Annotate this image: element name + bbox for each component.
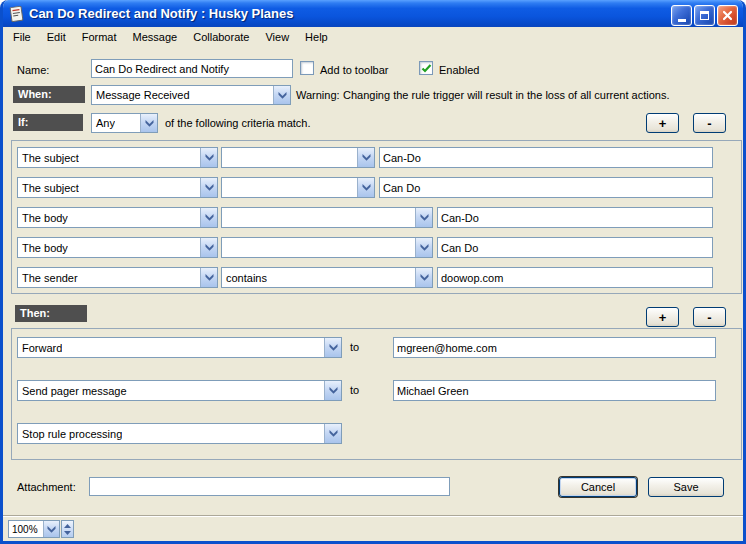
chevron-down-icon bbox=[357, 148, 374, 167]
chevron-down-icon bbox=[415, 238, 432, 257]
menu-edit[interactable]: Edit bbox=[39, 29, 74, 45]
criteria-row: The body bbox=[3, 207, 746, 228]
minimize-icon bbox=[678, 19, 686, 22]
chevron-down-icon bbox=[200, 148, 217, 167]
criteria-field-dropdown[interactable]: The subject bbox=[17, 147, 218, 168]
chevron-down-icon bbox=[200, 208, 217, 227]
app-icon bbox=[8, 6, 25, 23]
criteria-operator-dropdown[interactable]: contains bbox=[221, 267, 433, 288]
attachment-label: Attachment: bbox=[17, 481, 76, 493]
chevron-down-icon bbox=[140, 114, 157, 132]
if-match-dropdown[interactable]: Any bbox=[91, 113, 158, 133]
menu-help[interactable]: Help bbox=[297, 29, 336, 45]
minimize-button[interactable] bbox=[671, 5, 692, 26]
save-button[interactable]: Save bbox=[648, 477, 724, 497]
if-section-label: If: bbox=[13, 114, 83, 131]
cancel-button[interactable]: Cancel bbox=[559, 477, 637, 497]
criteria-value-input[interactable] bbox=[379, 147, 713, 168]
menu-bar: File Edit Format Message Collaborate Vie… bbox=[3, 27, 743, 47]
name-label: Name: bbox=[17, 64, 49, 76]
chevron-down-icon bbox=[324, 338, 341, 357]
criteria-field-dropdown[interactable]: The subject bbox=[17, 177, 218, 198]
action-row: Stop rule processing bbox=[3, 423, 746, 444]
close-button[interactable] bbox=[717, 5, 738, 26]
action-add-button[interactable]: + bbox=[646, 307, 679, 327]
action-value-input[interactable] bbox=[393, 380, 716, 401]
chevron-down-icon bbox=[324, 424, 341, 443]
criteria-field-dropdown[interactable]: The body bbox=[17, 237, 218, 258]
criteria-add-button[interactable]: + bbox=[646, 113, 679, 133]
criteria-value-input[interactable] bbox=[437, 267, 713, 288]
criteria-operator-dropdown[interactable] bbox=[221, 207, 433, 228]
menu-message[interactable]: Message bbox=[125, 29, 186, 45]
rule-editor-window: Can Do Redirect and Notify : Husky Plane… bbox=[0, 0, 746, 544]
attachment-input[interactable] bbox=[89, 477, 450, 496]
criteria-field-dropdown[interactable]: The sender bbox=[17, 267, 218, 288]
spinner-down-icon bbox=[64, 530, 71, 535]
maximize-button[interactable] bbox=[694, 5, 715, 26]
warning-label: Warning: bbox=[296, 89, 340, 101]
criteria-field-dropdown[interactable]: The body bbox=[17, 207, 218, 228]
maximize-icon bbox=[700, 11, 709, 20]
criteria-row: The body bbox=[3, 237, 746, 258]
action-dropdown[interactable]: Forward bbox=[17, 337, 342, 358]
action-row: Forward to bbox=[3, 337, 746, 358]
action-dropdown[interactable]: Send pager message bbox=[17, 380, 342, 401]
criteria-operator-dropdown[interactable] bbox=[221, 177, 375, 198]
menu-collaborate[interactable]: Collaborate bbox=[185, 29, 257, 45]
add-to-toolbar-checkbox[interactable] bbox=[300, 61, 314, 75]
chevron-down-icon bbox=[415, 208, 432, 227]
criteria-operator-dropdown[interactable] bbox=[221, 147, 375, 168]
warning-text: Changing the rule trigger will result in… bbox=[343, 89, 670, 101]
menu-format[interactable]: Format bbox=[74, 29, 125, 45]
criteria-value-input[interactable] bbox=[437, 207, 713, 228]
criteria-row: The subject bbox=[3, 147, 746, 168]
chevron-down-icon bbox=[357, 178, 374, 197]
action-row: Send pager message to bbox=[3, 380, 746, 401]
chevron-down-icon bbox=[200, 268, 217, 287]
chevron-down-icon bbox=[200, 178, 217, 197]
chevron-down-icon bbox=[43, 521, 59, 537]
action-connector-label: to bbox=[350, 341, 359, 353]
criteria-row: The subject bbox=[3, 177, 746, 198]
zoom-spinner[interactable] bbox=[61, 520, 74, 538]
enabled-checkbox[interactable] bbox=[419, 61, 433, 75]
criteria-remove-button[interactable]: - bbox=[693, 113, 726, 133]
chevron-down-icon bbox=[324, 381, 341, 400]
enabled-label: Enabled bbox=[439, 64, 479, 76]
chevron-down-icon bbox=[415, 268, 432, 287]
action-dropdown[interactable]: Stop rule processing bbox=[17, 423, 342, 444]
name-input[interactable] bbox=[91, 59, 293, 78]
criteria-value-input[interactable] bbox=[437, 237, 713, 258]
chevron-down-icon bbox=[273, 86, 290, 104]
checkmark-icon bbox=[421, 63, 432, 74]
when-section-label: When: bbox=[13, 86, 85, 103]
action-remove-button[interactable]: - bbox=[693, 307, 726, 327]
action-value-input[interactable] bbox=[393, 337, 716, 358]
title-bar: Can Do Redirect and Notify : Husky Plane… bbox=[0, 0, 746, 30]
statusbar-separator-highlight bbox=[3, 516, 743, 517]
when-trigger-dropdown[interactable]: Message Received bbox=[91, 85, 291, 105]
criteria-value-input[interactable] bbox=[379, 177, 713, 198]
spinner-up-icon bbox=[64, 524, 71, 529]
then-section-label: Then: bbox=[15, 305, 87, 322]
zoom-level-dropdown[interactable]: 100% bbox=[8, 520, 60, 538]
menu-file[interactable]: File bbox=[5, 29, 39, 45]
menu-view[interactable]: View bbox=[257, 29, 297, 45]
window-title: Can Do Redirect and Notify : Husky Plane… bbox=[29, 6, 293, 21]
close-icon bbox=[722, 10, 733, 21]
chevron-down-icon bbox=[200, 238, 217, 257]
criteria-row: The sender contains bbox=[3, 267, 746, 288]
add-to-toolbar-label: Add to toolbar bbox=[320, 64, 389, 76]
criteria-operator-dropdown[interactable] bbox=[221, 237, 433, 258]
zoom-level-value: 100% bbox=[9, 524, 38, 535]
if-suffix-text: of the following criteria match. bbox=[165, 117, 311, 129]
action-connector-label: to bbox=[350, 384, 359, 396]
